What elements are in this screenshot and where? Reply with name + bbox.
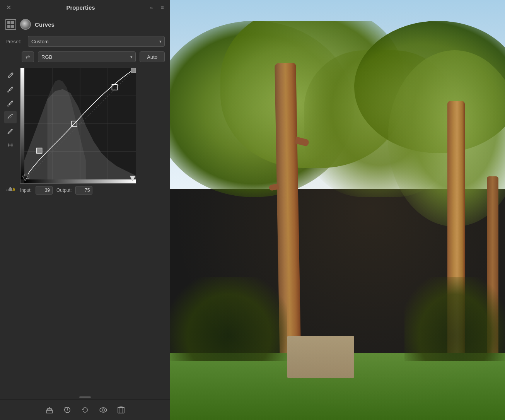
input-field[interactable]: [36, 186, 53, 195]
white-eyedropper-tool[interactable]: [4, 69, 17, 82]
reset-button[interactable]: [79, 405, 91, 415]
undergrowth-right: [404, 277, 505, 361]
input-label: Input:: [20, 188, 32, 193]
svg-rect-33: [48, 408, 51, 411]
tool-icons: !: [3, 68, 18, 195]
preset-select[interactable]: Custom Default Contrast + Contrast - Lig…: [28, 36, 165, 47]
photo-area: [170, 0, 505, 420]
curves-inner: [24, 68, 136, 179]
svg-point-35: [67, 410, 68, 411]
svg-rect-38: [118, 408, 124, 413]
path-layer: [287, 336, 354, 378]
close-button[interactable]: ✕: [5, 3, 13, 12]
scroll-dots: [79, 396, 91, 398]
svg-rect-29: [131, 68, 136, 73]
preset-label: Preset:: [5, 39, 24, 44]
collapse-button[interactable]: «: [148, 4, 154, 11]
channel-select[interactable]: RGB Red Green Blue: [38, 51, 136, 62]
curves-canvas[interactable]: [20, 68, 136, 184]
svg-point-5: [9, 104, 10, 105]
curves-canvas-wrapper: Input: Output:: [20, 68, 165, 195]
black-eyedropper-tool[interactable]: [4, 97, 17, 109]
preset-row: Preset: Custom Default Contrast + Contra…: [0, 34, 170, 49]
svg-text:!: !: [14, 188, 14, 191]
svg-point-8: [10, 116, 11, 117]
svg-marker-30: [22, 176, 28, 181]
pencil-tool[interactable]: [4, 125, 17, 137]
previous-state-button[interactable]: [61, 405, 73, 415]
curves-area: !: [0, 65, 170, 198]
shadow-triangle-handle[interactable]: [22, 176, 28, 183]
svg-rect-15: [10, 187, 11, 191]
scroll-indicator: [0, 395, 170, 400]
output-field[interactable]: [75, 186, 92, 195]
channel-row: ⇄ RGB Red Green Blue ▾ Auto: [0, 49, 170, 65]
io-row: Input: Output:: [20, 184, 165, 195]
channel-arrows-icon[interactable]: ⇄: [22, 51, 34, 62]
highlight-triangle-handle[interactable]: [130, 176, 136, 183]
svg-rect-14: [9, 188, 10, 191]
curves-label: Curves: [35, 21, 55, 28]
svg-marker-31: [130, 176, 135, 181]
clip-to-layer-button[interactable]: [43, 405, 56, 415]
photo-display: [170, 0, 505, 420]
panel-menu-button[interactable]: ≡: [159, 3, 165, 12]
mid-eyedropper-tool[interactable]: [4, 83, 17, 96]
preset-select-wrapper: Custom Default Contrast + Contrast - Lig…: [28, 36, 165, 47]
curve-mode-tool[interactable]: [4, 111, 17, 123]
svg-rect-12: [7, 190, 7, 191]
properties-panel: ✕ Properties « ≡ Curves Preset: Custom D…: [0, 0, 170, 420]
curves-mask-icon[interactable]: [20, 19, 31, 30]
svg-rect-7: [7, 105, 9, 106]
output-label: Output:: [56, 188, 72, 193]
auto-button[interactable]: Auto: [140, 51, 165, 62]
delete-button[interactable]: [115, 405, 127, 415]
undergrowth-left: [170, 277, 287, 361]
svg-point-2: [9, 90, 10, 91]
histogram-warning-icon[interactable]: !: [4, 182, 17, 195]
svg-rect-26: [37, 148, 42, 154]
svg-point-37: [102, 409, 104, 411]
visibility-button[interactable]: [97, 405, 110, 415]
svg-point-0: [9, 77, 10, 78]
panel-title: Properties: [66, 4, 95, 11]
svg-rect-13: [8, 189, 9, 191]
channel-select-wrapper: RGB Red Green Blue ▾: [38, 51, 136, 62]
panel-top-bar: ✕ Properties « ≡: [0, 0, 170, 15]
adjustment-grid-icon[interactable]: [5, 19, 16, 30]
svg-rect-4: [7, 91, 9, 92]
bottom-toolbar: [0, 400, 170, 420]
curves-header: Curves: [0, 15, 170, 34]
svg-point-36: [100, 408, 107, 412]
svg-rect-16: [11, 188, 12, 191]
levels-slider-tool[interactable]: [4, 139, 17, 151]
